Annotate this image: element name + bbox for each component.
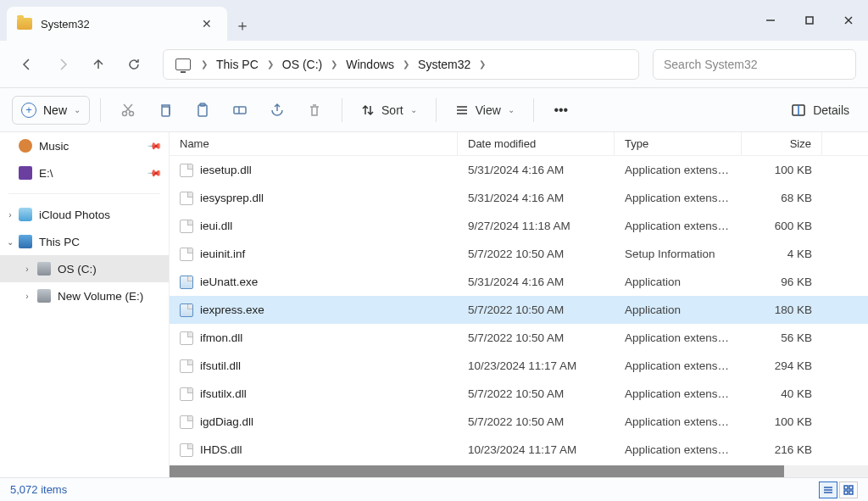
file-name: ifsutil.dll bbox=[200, 359, 241, 372]
sidebar-item[interactable]: ›iCloud Photos bbox=[0, 201, 169, 228]
file-row[interactable]: ifsutil.dll 10/23/2024 11:17 AM Applicat… bbox=[170, 352, 868, 380]
file-size: 4 KB bbox=[742, 248, 822, 260]
chevron-right-icon[interactable]: ❯ bbox=[198, 59, 211, 69]
navigation-pane[interactable]: Music📌E:\📌 ›iCloud Photos⌄This PC›OS (C:… bbox=[0, 132, 170, 477]
video-icon bbox=[19, 166, 32, 180]
file-date: 10/23/2024 11:17 AM bbox=[458, 443, 615, 456]
maximize-button[interactable] bbox=[790, 0, 829, 41]
sidebar-item[interactable]: ⌄This PC bbox=[0, 228, 169, 255]
details-label: Details bbox=[813, 103, 849, 117]
back-button[interactable] bbox=[12, 49, 42, 80]
divider bbox=[8, 193, 160, 194]
copy-button[interactable] bbox=[148, 95, 182, 125]
column-header-size[interactable]: Size bbox=[742, 132, 822, 155]
file-type: Application extension bbox=[615, 387, 742, 400]
file-row[interactable]: iesetup.dll 5/31/2024 4:16 AM Applicatio… bbox=[170, 156, 868, 184]
more-button[interactable]: ••• bbox=[544, 95, 578, 125]
thumbnails-view-toggle[interactable] bbox=[839, 482, 858, 498]
file-icon bbox=[180, 276, 193, 289]
details-icon bbox=[791, 103, 806, 118]
forward-button[interactable] bbox=[47, 49, 78, 80]
view-button[interactable]: View ⌄ bbox=[447, 96, 523, 125]
view-label: View bbox=[476, 103, 501, 117]
horizontal-scrollbar[interactable] bbox=[170, 465, 868, 477]
file-icon bbox=[180, 164, 193, 177]
file-list[interactable]: iesetup.dll 5/31/2024 4:16 AM Applicatio… bbox=[170, 156, 868, 465]
delete-button[interactable] bbox=[298, 95, 331, 125]
cut-button[interactable] bbox=[111, 95, 145, 125]
file-row[interactable]: iesysprep.dll 5/31/2024 4:16 AM Applicat… bbox=[170, 184, 868, 212]
file-name: ieui.dll bbox=[200, 220, 232, 232]
close-button[interactable] bbox=[829, 0, 868, 41]
tab-close-button[interactable]: ✕ bbox=[197, 14, 217, 34]
sort-icon bbox=[361, 103, 375, 117]
file-name: iexpress.exe bbox=[200, 303, 264, 316]
chevron-right-icon[interactable]: ❯ bbox=[399, 59, 413, 69]
file-row[interactable]: ieuinit.inf 5/7/2022 10:50 AM Setup Info… bbox=[170, 240, 868, 268]
file-date: 9/27/2024 11:18 AM bbox=[458, 220, 615, 232]
details-button[interactable]: Details bbox=[784, 103, 856, 118]
column-header-date[interactable]: Date modified bbox=[458, 132, 615, 155]
minimize-button[interactable] bbox=[751, 0, 790, 41]
folder-icon bbox=[17, 18, 32, 30]
up-button[interactable] bbox=[83, 49, 114, 80]
expand-chevron-icon[interactable]: › bbox=[22, 264, 32, 274]
sort-button[interactable]: Sort ⌄ bbox=[353, 96, 426, 125]
breadcrumb-segment[interactable]: This PC bbox=[211, 58, 264, 71]
breadcrumb-segment[interactable]: Windows bbox=[341, 58, 399, 71]
column-header-name[interactable]: ⌃Name bbox=[170, 132, 458, 155]
rename-button[interactable] bbox=[223, 95, 257, 125]
file-row[interactable]: ieui.dll 9/27/2024 11:18 AM Application … bbox=[170, 212, 868, 240]
expand-chevron-icon[interactable]: › bbox=[5, 210, 15, 220]
paste-button[interactable] bbox=[186, 95, 220, 125]
file-date: 5/7/2022 10:50 AM bbox=[458, 248, 615, 260]
search-input[interactable]: Search System32 bbox=[653, 49, 856, 80]
file-type: Application extension bbox=[615, 359, 742, 372]
file-date: 5/31/2024 4:16 AM bbox=[458, 164, 615, 176]
sidebar-item[interactable]: Music📌 bbox=[0, 132, 169, 159]
file-type: Application extension bbox=[615, 415, 742, 428]
chevron-right-icon[interactable]: ❯ bbox=[476, 59, 489, 69]
chevron-right-icon[interactable]: ❯ bbox=[264, 59, 277, 69]
new-label: New bbox=[43, 103, 67, 117]
window-tab[interactable]: System32 ✕ bbox=[7, 7, 227, 41]
file-type: Application bbox=[615, 276, 742, 288]
file-row[interactable]: iexpress.exe 5/7/2022 10:50 AM Applicati… bbox=[170, 296, 868, 324]
details-view-toggle[interactable] bbox=[819, 482, 837, 498]
file-name: iesetup.dll bbox=[200, 164, 252, 176]
file-date: 5/31/2024 4:16 AM bbox=[458, 276, 615, 288]
chevron-down-icon: ⌄ bbox=[410, 105, 417, 114]
expand-chevron-icon[interactable]: ⌄ bbox=[5, 237, 15, 247]
breadcrumb-root[interactable] bbox=[170, 58, 198, 70]
sidebar-item[interactable]: E:\📌 bbox=[0, 159, 169, 186]
expand-chevron-icon[interactable]: › bbox=[22, 292, 32, 301]
file-name: IHDS.dll bbox=[200, 443, 242, 456]
column-header-type[interactable]: Type bbox=[615, 132, 742, 155]
new-button[interactable]: + New ⌄ bbox=[12, 96, 90, 125]
chevron-right-icon[interactable]: ❯ bbox=[327, 59, 341, 69]
file-row[interactable]: ifmon.dll 5/7/2022 10:50 AM Application … bbox=[170, 324, 868, 352]
toolbar: + New ⌄ Sort ⌄ View ⌄ ••• Details bbox=[0, 88, 868, 132]
file-size: 600 KB bbox=[742, 220, 822, 232]
address-bar[interactable]: ❯ This PC ❯ OS (C:) ❯ Windows ❯ System32… bbox=[163, 49, 639, 80]
file-date: 5/7/2022 10:50 AM bbox=[458, 415, 615, 428]
share-button[interactable] bbox=[260, 95, 294, 125]
file-row[interactable]: igdDiag.dll 5/7/2022 10:50 AM Applicatio… bbox=[170, 408, 868, 436]
file-row[interactable]: ifsutilx.dll 5/7/2022 10:50 AM Applicati… bbox=[170, 380, 868, 408]
breadcrumb-segment[interactable]: OS (C:) bbox=[277, 58, 327, 71]
chevron-down-icon: ⌄ bbox=[508, 105, 515, 114]
svg-rect-21 bbox=[849, 491, 853, 494]
file-row[interactable]: ieUnatt.exe 5/31/2024 4:16 AM Applicatio… bbox=[170, 268, 868, 296]
file-type: Application extension bbox=[615, 220, 742, 232]
file-row[interactable]: IHDS.dll 10/23/2024 11:17 AM Application… bbox=[170, 436, 868, 464]
new-tab-button[interactable]: ＋ bbox=[227, 10, 258, 41]
sidebar-item[interactable]: ›OS (C:) bbox=[0, 255, 169, 282]
refresh-button[interactable] bbox=[119, 49, 149, 80]
file-icon bbox=[180, 443, 193, 457]
file-type: Application extension bbox=[615, 164, 742, 176]
status-bar: 5,072 items bbox=[0, 477, 868, 501]
sidebar-item[interactable]: ›New Volume (E:) bbox=[0, 282, 169, 309]
drive-icon bbox=[37, 289, 51, 303]
breadcrumb-segment[interactable]: System32 bbox=[413, 58, 476, 71]
scrollbar-thumb[interactable] bbox=[170, 465, 784, 477]
